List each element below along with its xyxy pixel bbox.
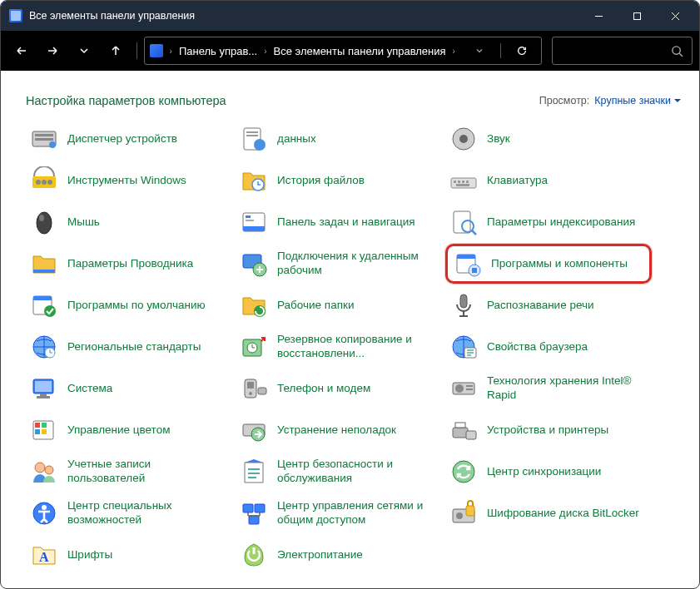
control-panel-item[interactable]: Мышь <box>26 202 232 242</box>
control-panel-item[interactable]: Инструменты Windows <box>26 161 232 200</box>
control-panel-item[interactable]: Панель задач и навигация <box>236 202 442 242</box>
control-panel-item[interactable]: Подключения к удаленным рабочим <box>236 244 442 284</box>
power-icon <box>239 540 269 570</box>
item-label: Центр управления сетями и общим доступом <box>277 499 439 527</box>
breadcrumb-icon <box>150 44 163 57</box>
file-history-icon <box>239 166 269 196</box>
speech-icon <box>449 290 479 320</box>
item-label: Программы и компоненты <box>491 257 628 271</box>
control-panel-item[interactable]: Параметры Проводника <box>26 244 232 284</box>
data-icon <box>239 124 269 154</box>
breadcrumb-seg-1[interactable]: Панель управ... <box>179 45 257 57</box>
troubleshoot-icon <box>239 415 269 445</box>
system-icon <box>29 374 59 403</box>
item-label: Параметры индексирования <box>487 215 635 230</box>
control-panel-item[interactable]: Центр безопасности и обслуживания <box>236 452 442 492</box>
item-label: Устройства и принтеры <box>487 423 608 438</box>
phone-icon <box>239 374 269 403</box>
item-label: Свойства браузера <box>487 340 588 354</box>
item-label: Центр специальных возможностей <box>67 499 229 527</box>
forward-button[interactable] <box>39 36 67 66</box>
item-label: Панель задач и навигация <box>277 215 415 230</box>
control-panel-item[interactable]: Шрифты <box>26 535 232 575</box>
control-panel-item[interactable]: Устройства и принтеры <box>445 410 652 450</box>
item-label: Устранение неполадок <box>277 423 396 438</box>
remote-icon <box>239 249 269 279</box>
internet-options-icon <box>449 332 479 362</box>
control-panel-item[interactable]: Параметры индексирования <box>445 202 652 242</box>
chevron-right-icon[interactable]: › <box>449 47 459 56</box>
control-panel-item[interactable]: Рабочие папки <box>236 285 442 325</box>
control-panel-item[interactable]: Учетные записи пользователей <box>26 452 232 492</box>
control-panel-item[interactable]: Резервное копирование и восстановлени... <box>236 327 442 367</box>
default-programs-icon <box>29 290 59 320</box>
item-label: Система <box>67 382 112 396</box>
control-panel-item[interactable]: История файлов <box>236 161 442 200</box>
item-label: Распознавание речи <box>487 299 594 313</box>
refresh-button[interactable] <box>508 45 536 57</box>
item-label: Шрифты <box>67 548 112 562</box>
bitlocker-icon <box>449 498 479 528</box>
control-panel-item[interactable]: Звук <box>445 119 652 159</box>
keyboard-icon <box>449 166 479 196</box>
item-label: Программы по умолчанию <box>67 299 206 313</box>
control-panel-item[interactable]: Клавиатура <box>445 161 652 200</box>
window: Все элементы панели управления › Панель … <box>0 0 700 589</box>
control-panel-item[interactable]: Управление цветом <box>26 410 232 450</box>
control-panel-item[interactable]: Телефон и модем <box>236 369 442 408</box>
control-panel-icon <box>9 9 22 22</box>
page-title: Настройка параметров компьютера <box>26 94 539 107</box>
item-label: данных <box>277 132 316 146</box>
control-panel-item[interactable]: данных <box>236 119 442 159</box>
breadcrumb-seg-2[interactable]: Все элементы панели управления <box>274 45 446 57</box>
control-panel-item[interactable]: Шифрование диска BitLocker <box>445 493 652 533</box>
item-label: Параметры Проводника <box>67 257 193 271</box>
control-panel-item[interactable]: Свойства браузера <box>445 327 652 367</box>
up-button[interactable] <box>102 36 130 66</box>
control-panel-item[interactable]: Программы по умолчанию <box>26 285 232 325</box>
item-label: Рабочие папки <box>277 299 354 313</box>
search-input[interactable] <box>552 37 693 65</box>
control-panel-item[interactable]: Программы и компоненты <box>445 244 652 284</box>
network-sharing-icon <box>239 498 269 528</box>
back-button[interactable] <box>7 36 36 66</box>
item-label: Центр синхронизации <box>487 465 601 479</box>
chevron-right-icon[interactable]: › <box>261 47 270 56</box>
view-selector[interactable]: Крупные значки <box>594 95 681 106</box>
item-label: Региональные стандарты <box>67 340 201 354</box>
control-panel-item[interactable]: Распознавание речи <box>445 285 652 325</box>
svg-point-1 <box>673 46 680 53</box>
control-panel-item[interactable]: Центр синхронизации <box>445 452 652 492</box>
item-label: Учетные записи пользователей <box>67 458 229 486</box>
color-icon <box>29 415 59 445</box>
maximize-button[interactable] <box>618 1 656 31</box>
control-panel-item[interactable]: Диспетчер устройств <box>26 119 232 159</box>
control-panel-item[interactable]: Электропитание <box>236 535 442 575</box>
breadcrumb-dropdown[interactable] <box>465 46 494 56</box>
control-panel-item[interactable]: Центр управления сетями и общим доступом <box>236 493 442 533</box>
control-panel-item[interactable]: Региональные стандарты <box>26 327 232 367</box>
item-label: Клавиатура <box>487 174 548 188</box>
chevron-right-icon[interactable]: › <box>166 47 176 56</box>
control-panel-item[interactable]: Система <box>26 369 232 408</box>
recent-dropdown[interactable] <box>70 36 98 66</box>
item-label: Управление цветом <box>67 423 170 438</box>
item-label: Центр безопасности и обслуживания <box>277 458 439 486</box>
intel-rapid-icon <box>449 374 479 403</box>
tools-icon <box>29 166 59 196</box>
minimize-button[interactable] <box>579 1 618 31</box>
item-label: Мышь <box>67 215 100 230</box>
items-grid: Диспетчер устройствданныхЗвукИнструменты… <box>1 119 699 588</box>
control-panel-item[interactable]: Технология хранения Intel® Rapid <box>445 369 652 408</box>
item-label: Диспетчер устройств <box>67 132 177 146</box>
breadcrumb[interactable]: › Панель управ... › Все элементы панели … <box>144 37 542 65</box>
taskbar-icon <box>239 207 269 237</box>
sound-icon <box>449 124 479 154</box>
window-title: Все элементы панели управления <box>29 10 579 22</box>
close-button[interactable] <box>656 1 694 31</box>
explorer-options-icon <box>29 249 59 279</box>
svg-rect-0 <box>633 12 640 19</box>
view-label: Просмотр: <box>539 95 590 106</box>
control-panel-item[interactable]: Устранение неполадок <box>236 410 442 450</box>
control-panel-item[interactable]: Центр специальных возможностей <box>26 493 232 533</box>
